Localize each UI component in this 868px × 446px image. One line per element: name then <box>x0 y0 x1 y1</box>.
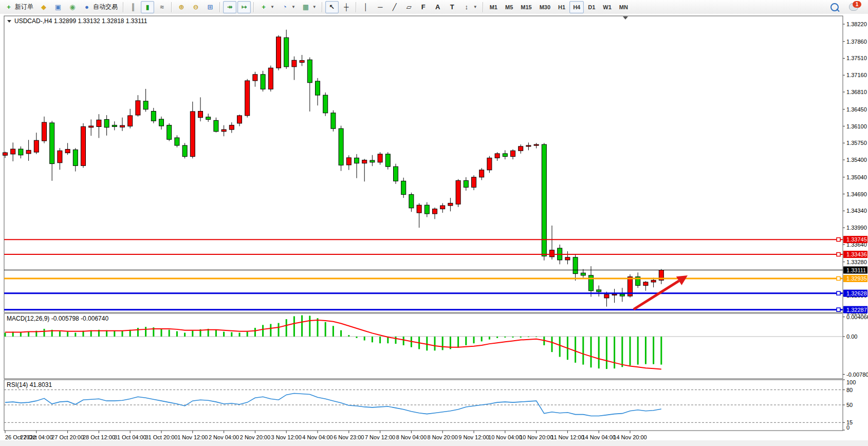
text-button[interactable]: A <box>431 1 445 13</box>
zoom-out-icon: ⊖ <box>192 3 200 11</box>
trendline-icon: ╱ <box>391 3 399 11</box>
timeframe-buttons: M1M5M15M30H1H4D1W1MN <box>486 1 632 13</box>
zoom-out-button[interactable]: ⊖ <box>189 1 202 13</box>
svg-text:1.33111: 1.33111 <box>846 267 866 273</box>
hline-handle[interactable] <box>837 238 840 241</box>
timeframe-m5[interactable]: M5 <box>502 1 516 13</box>
chevron-down-icon: ▼ <box>291 5 296 9</box>
svg-text:1.33436: 1.33436 <box>846 251 867 257</box>
cursor-button[interactable]: ↖ <box>325 1 339 13</box>
svg-text:9 Nov 12:00: 9 Nov 12:00 <box>458 434 489 440</box>
periods-button[interactable]: ◔▼ <box>278 1 298 13</box>
fibonacci-button[interactable]: F <box>417 1 430 13</box>
timeframe-h1[interactable]: H1 <box>555 1 569 13</box>
toolbar-separator <box>483 2 484 12</box>
svg-text:1.32628: 1.32628 <box>846 290 867 296</box>
zoom-in-button[interactable]: ⊕ <box>175 1 188 13</box>
rsi-label: RSI(14) 41.8031 <box>7 381 52 388</box>
svg-text:10 Nov 20:00: 10 Nov 20:00 <box>520 434 553 440</box>
templates-button[interactable]: ▦▼ <box>299 1 319 13</box>
timeframe-h4[interactable]: H4 <box>569 1 584 13</box>
hline-handle[interactable] <box>837 291 840 295</box>
tile-windows-button[interactable]: ⊞ <box>204 1 217 13</box>
svg-text:1.36450: 1.36450 <box>846 106 867 113</box>
market-watch-button[interactable]: ◆ <box>37 1 50 13</box>
toolbar-separator <box>171 2 172 12</box>
candlestick-icon: ▮ <box>143 3 152 11</box>
macd-label: MACD(12,26,9) -0.005798 -0.006740 <box>7 315 108 322</box>
toolbar-separator <box>322 2 323 12</box>
alerts-button[interactable]: ◉ <box>66 1 79 13</box>
horizontal-line-button[interactable]: ─ <box>374 1 387 13</box>
auto-scroll-icon: ↠ <box>226 3 234 11</box>
text-icon: A <box>434 3 442 11</box>
channel-button[interactable]: ▱ <box>402 1 416 13</box>
equidistant-channel-icon: ▱ <box>405 3 413 11</box>
timeframe-m1[interactable]: M1 <box>486 1 501 13</box>
navigator-icon: ▣ <box>54 3 62 11</box>
indicator-plus-icon: + <box>260 3 268 11</box>
candlestick-button[interactable]: ▮ <box>141 1 154 13</box>
svg-text:14 Nov 20:00: 14 Nov 20:00 <box>613 434 647 440</box>
autotrading-button-label: 自动交易 <box>93 3 118 11</box>
crosshair-icon: ┼ <box>342 3 350 11</box>
svg-text:6 Nov 23:00: 6 Nov 23:00 <box>334 434 364 440</box>
price-chart[interactable]: 1.382201.378601.375101.371601.368101.364… <box>0 14 868 446</box>
svg-text:1.32935: 1.32935 <box>846 275 867 282</box>
svg-text:2 Nov 04:00: 2 Nov 04:00 <box>209 434 239 440</box>
svg-text:2 Nov 20:00: 2 Nov 20:00 <box>240 434 270 440</box>
svg-text:1.37860: 1.37860 <box>846 39 867 45</box>
svg-text:27 Oct 20:00: 27 Oct 20:00 <box>51 434 84 440</box>
svg-text:1.34690: 1.34690 <box>846 191 867 197</box>
svg-text:-0.007809: -0.007809 <box>846 371 868 378</box>
hline-handle[interactable] <box>837 276 840 280</box>
svg-text:1.36100: 1.36100 <box>846 123 867 129</box>
toolbar-separator <box>123 2 124 12</box>
text-label-icon: T <box>448 3 456 11</box>
macd-panel <box>4 313 843 379</box>
svg-text:80: 80 <box>846 387 853 393</box>
auto-scroll-button[interactable]: ↠ <box>223 1 236 13</box>
svg-text:1.38220: 1.38220 <box>846 21 867 27</box>
template-icon: ▦ <box>302 3 310 11</box>
chevron-down-icon: ▼ <box>270 5 274 9</box>
svg-text:0.004066: 0.004066 <box>846 314 868 320</box>
svg-text:50: 50 <box>846 402 853 408</box>
vertical-line-button[interactable]: │ <box>359 1 373 13</box>
search-button[interactable] <box>828 1 841 13</box>
add-indicator-button[interactable]: +▼ <box>257 1 277 13</box>
line-chart-icon: ≈ <box>158 3 166 11</box>
line-chart-button[interactable]: ≈ <box>155 1 169 13</box>
svg-text:100: 100 <box>846 379 856 385</box>
new-order-button[interactable]: +新订单 <box>2 1 36 13</box>
timeframe-m15[interactable]: M15 <box>517 1 535 13</box>
sound-icon: ◉ <box>68 3 77 11</box>
arrows-button[interactable]: ↕▼ <box>460 1 480 13</box>
chat-bubble-icon: 1 <box>849 3 858 11</box>
autotrading-button[interactable]: ●自动交易 <box>80 1 120 13</box>
timeframe-m30[interactable]: M30 <box>536 1 554 13</box>
navigator-button[interactable]: ▣ <box>51 1 65 13</box>
svg-text:31 Oct 04:00: 31 Oct 04:00 <box>114 434 146 440</box>
svg-text:1.37160: 1.37160 <box>846 72 867 78</box>
svg-text:31 Oct 20:00: 31 Oct 20:00 <box>145 434 178 440</box>
notifications-button[interactable]: 1 <box>846 1 861 13</box>
new-order-button-label: 新订单 <box>15 3 33 11</box>
svg-text:3 Nov 12:00: 3 Nov 12:00 <box>271 434 302 440</box>
crosshair-button[interactable]: ┼ <box>340 1 353 13</box>
toolbar-separator <box>253 2 254 12</box>
timeframe-d1[interactable]: D1 <box>584 1 599 13</box>
chart-shift-button[interactable]: ↦ <box>237 1 251 13</box>
new-order-icon: + <box>5 3 13 11</box>
timeframe-mn[interactable]: MN <box>616 1 632 13</box>
trendline-button[interactable]: ╱ <box>388 1 401 13</box>
timeframe-w1[interactable]: W1 <box>599 1 615 13</box>
text-label-button[interactable]: T <box>446 1 459 13</box>
svg-text:1.33990: 1.33990 <box>846 225 867 231</box>
svg-text:1.33745: 1.33745 <box>846 236 867 243</box>
chart-window[interactable]: 1.382201.378601.375101.371601.368101.364… <box>0 14 868 446</box>
bar-chart-button[interactable]: ║ <box>126 1 140 13</box>
hline-handle[interactable] <box>837 308 840 311</box>
toolbar-buttons: +新订单◆▣◉●自动交易║▮≈⊕⊖⊞↠↦+▼◔▼▦▼↖┼│─╱▱FAT↕▼ <box>2 1 485 13</box>
hline-handle[interactable] <box>837 253 840 256</box>
